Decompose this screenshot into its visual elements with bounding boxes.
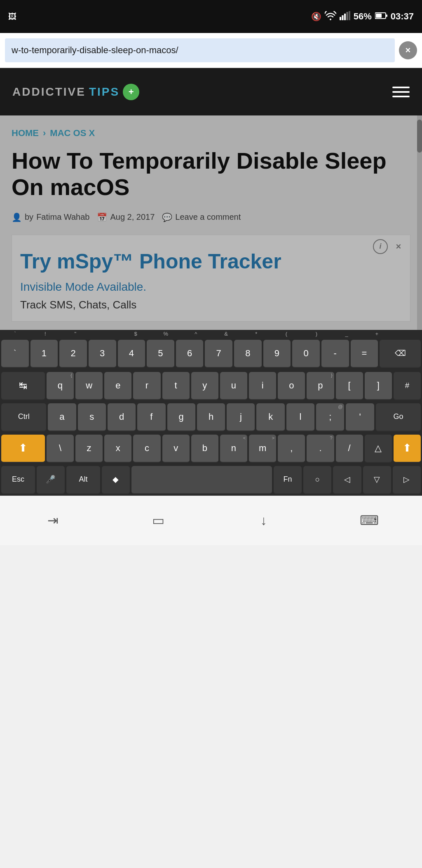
breadcrumb-home[interactable]: HOME xyxy=(12,128,39,139)
meta-comment[interactable]: 💬 Leave a comment xyxy=(162,212,241,222)
key-forward[interactable]: ▷ xyxy=(393,466,421,494)
key-g[interactable]: g xyxy=(167,403,195,431)
key-k[interactable]: k xyxy=(256,403,284,431)
key-n[interactable]: n< xyxy=(220,435,247,463)
breadcrumb: HOME › MAC OS X xyxy=(12,128,410,139)
meta-author-name[interactable]: Fatima Wahab xyxy=(36,212,89,222)
key-rbracket[interactable]: ] xyxy=(365,372,392,400)
svg-rect-7 xyxy=(386,14,387,17)
logo-plus-icon[interactable]: + xyxy=(123,84,139,100)
key-l[interactable]: l xyxy=(286,403,314,431)
clock: 03:37 xyxy=(391,11,414,22)
bottom-nav-windows[interactable]: ▭ xyxy=(146,508,171,533)
key-6[interactable]: 6 xyxy=(176,340,204,368)
key-shift-right[interactable]: ⬆ xyxy=(394,435,421,463)
key-minus[interactable]: - xyxy=(321,340,349,368)
key-semicolon[interactable]: ;@ xyxy=(316,403,344,431)
key-4[interactable]: 4 xyxy=(118,340,145,368)
key-q[interactable]: q{ xyxy=(47,372,74,400)
key-hash[interactable]: # xyxy=(394,372,421,400)
url-input[interactable] xyxy=(5,38,395,62)
key-2[interactable]: 2 xyxy=(59,340,87,368)
key-fn[interactable]: Fn xyxy=(274,466,302,494)
key-slash[interactable]: / xyxy=(336,435,363,463)
key-x[interactable]: x xyxy=(104,435,131,463)
hint-6: ^ xyxy=(181,330,211,338)
hint-2: " xyxy=(60,330,90,338)
site-logo: ADDICTIVETIPS + xyxy=(12,84,139,100)
key-backslash[interactable]: \ xyxy=(47,435,74,463)
key-comma[interactable]: , xyxy=(278,435,305,463)
key-y[interactable]: y xyxy=(191,372,218,400)
key-special[interactable]: ◆ xyxy=(102,466,130,494)
key-backtick[interactable]: ` xyxy=(1,340,29,368)
key-s[interactable]: s xyxy=(78,403,106,431)
key-mic[interactable]: 🎤 xyxy=(37,466,65,494)
key-0[interactable]: 0 xyxy=(292,340,320,368)
key-d[interactable]: d xyxy=(108,403,136,431)
hint-9: ( xyxy=(271,330,301,338)
key-period[interactable]: .? xyxy=(307,435,334,463)
key-5[interactable]: 5 xyxy=(147,340,174,368)
key-back[interactable]: ◁ xyxy=(333,466,361,494)
scrollbar-track[interactable] xyxy=(417,115,422,330)
ad-close-button[interactable]: × xyxy=(391,239,406,254)
key-triangle[interactable]: △ xyxy=(365,435,392,463)
key-u[interactable]: u xyxy=(220,372,247,400)
keyboard-icon: ⌨ xyxy=(360,513,379,528)
key-circle[interactable]: ○ xyxy=(303,466,331,494)
key-esc[interactable]: Esc xyxy=(1,466,35,494)
hint-equals: + xyxy=(362,330,392,338)
svg-rect-6 xyxy=(376,14,382,18)
key-ctrl[interactable]: Ctrl xyxy=(1,403,46,431)
breadcrumb-section[interactable]: MAC OS X xyxy=(50,128,95,139)
key-r[interactable]: r xyxy=(133,372,160,400)
meta-comment-label[interactable]: Leave a comment xyxy=(175,212,241,222)
key-v[interactable]: v xyxy=(162,435,190,463)
key-a[interactable]: a xyxy=(48,403,76,431)
key-w[interactable]: w xyxy=(75,372,103,400)
key-space[interactable] xyxy=(131,466,272,494)
key-alt[interactable]: Alt xyxy=(66,466,100,494)
key-z[interactable]: z xyxy=(75,435,103,463)
key-t[interactable]: t xyxy=(162,372,190,400)
key-9[interactable]: 9 xyxy=(263,340,291,368)
url-close-button[interactable]: × xyxy=(399,41,417,59)
ad-info-button[interactable]: i xyxy=(373,239,388,254)
key-e[interactable]: e xyxy=(104,372,131,400)
key-backspace[interactable]: ⌫ xyxy=(380,340,421,368)
hint-bs xyxy=(392,330,422,338)
key-j[interactable]: j xyxy=(227,403,255,431)
key-7[interactable]: 7 xyxy=(205,340,232,368)
ad-title[interactable]: Try mSpy™ Phone Tracker xyxy=(20,249,402,274)
key-f[interactable]: f xyxy=(137,403,165,431)
keyboard[interactable]: ` ! " $ % ^ & * ( ) _ + ` 1 2 3 4 5 6 7 … xyxy=(0,330,422,496)
key-3[interactable]: 3 xyxy=(89,340,116,368)
bottom-nav-download[interactable]: ↓ xyxy=(251,508,276,533)
svg-rect-0 xyxy=(340,17,341,20)
key-h[interactable]: h xyxy=(197,403,225,431)
key-b[interactable]: b xyxy=(191,435,218,463)
hamburger-menu[interactable] xyxy=(392,87,410,97)
meta-date: 📅 Aug 2, 2017 xyxy=(97,212,155,222)
key-lbracket[interactable]: [ xyxy=(336,372,363,400)
bottom-nav-tab[interactable]: ⇥ xyxy=(40,508,65,533)
svg-rect-3 xyxy=(346,12,348,20)
key-o[interactable]: o xyxy=(278,372,305,400)
key-1[interactable]: 1 xyxy=(30,340,58,368)
key-p[interactable]: p} xyxy=(307,372,334,400)
key-quote[interactable]: ' xyxy=(346,403,374,431)
key-go[interactable]: Go xyxy=(376,403,421,431)
key-down[interactable]: ▽ xyxy=(363,466,391,494)
scrollbar-thumb[interactable] xyxy=(417,120,422,153)
bottom-nav-keyboard[interactable]: ⌨ xyxy=(357,508,382,533)
key-m[interactable]: m> xyxy=(249,435,276,463)
key-equals[interactable]: = xyxy=(351,340,378,368)
key-tab[interactable]: ↹ xyxy=(1,372,45,400)
key-i[interactable]: i xyxy=(249,372,276,400)
keyboard-row-qwerty: ↹ q{ w e r t y u i o p} [ ] # xyxy=(0,370,422,402)
key-8[interactable]: 8 xyxy=(234,340,262,368)
website-content: ADDICTIVETIPS + HOME › MAC OS X How To T… xyxy=(0,68,422,330)
key-c[interactable]: c xyxy=(133,435,160,463)
key-shift-left[interactable]: ⬆ xyxy=(1,435,45,463)
